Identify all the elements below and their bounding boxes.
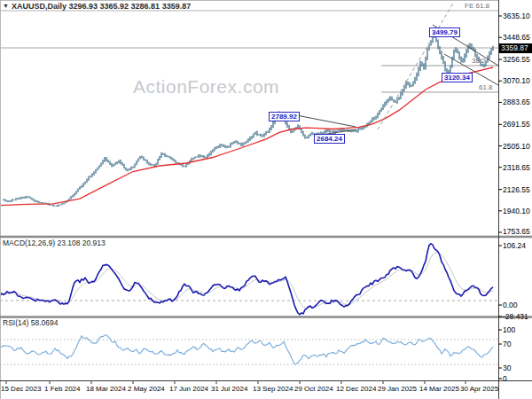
symbol-period-label: XAUUSD,Daily	[12, 2, 66, 11]
open-value: 3296.93	[68, 2, 98, 11]
ohlc-header: ▼XAUUSD,Daily 3296.93 3365.92 3286.81 33…	[3, 2, 191, 11]
rsi-line	[0, 335, 493, 364]
rsi-title: RSI(14)	[3, 318, 28, 327]
macd-title: MACD(12,26,9)	[3, 239, 55, 247]
low-value: 3286.81	[131, 2, 160, 11]
macd-main-line	[0, 244, 493, 315]
current-price-badge: 3359.87	[499, 43, 532, 53]
macd-pane-label: MACD(12,26,9) 23.108 20.913	[3, 239, 106, 247]
chart-window: 3635.103448.653256.553070.102883.652691.…	[0, 0, 532, 399]
macd-values: 23.108 20.913	[57, 239, 105, 247]
chart-canvas[interactable]	[0, 0, 532, 399]
rsi-pane-label: RSI(14) 58.0694	[3, 318, 58, 327]
channel-lower	[444, 54, 498, 85]
close-value: 3359.87	[162, 2, 192, 11]
channel-upper	[433, 25, 498, 66]
rsi-value: 58.0694	[31, 318, 59, 327]
watermark: ActionForex.com	[133, 76, 284, 98]
triangle-upper	[278, 112, 356, 127]
high-value: 3365.92	[100, 2, 129, 11]
tick-direction-icon: ▼	[3, 3, 9, 9]
macd-signal-line	[0, 253, 493, 308]
triangle-lower	[316, 129, 356, 136]
